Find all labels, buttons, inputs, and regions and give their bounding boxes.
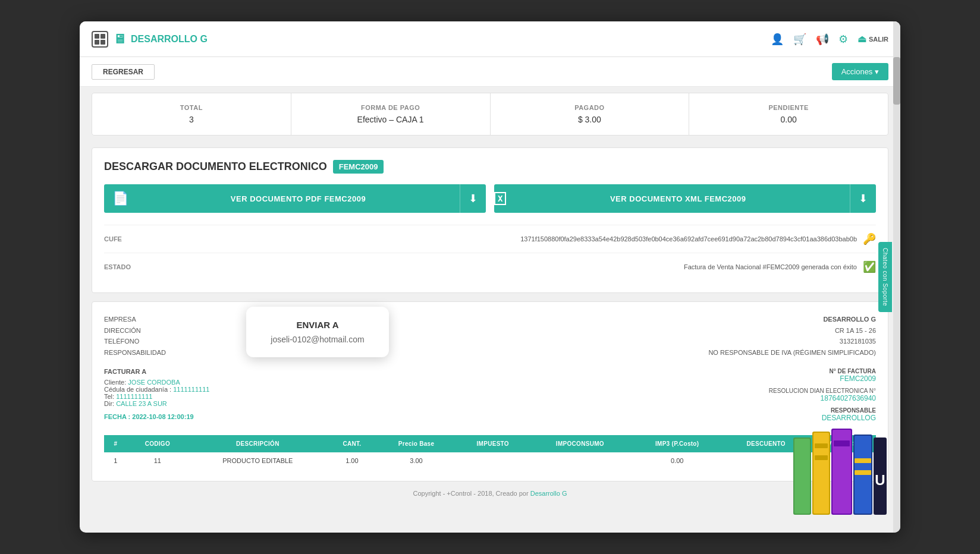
check-icon: ✅ [863, 260, 876, 273]
num-factura-label: N° DE FACTURA [502, 368, 876, 374]
summary-card-forma-pago: FORMA DE PAGO Efectivo – CAJA 1 [291, 93, 491, 135]
company-name: DESARROLLO G [708, 314, 876, 325]
xml-download-button[interactable]: X VER DOCUMENTO XML FEMC2009 ⬇ [494, 184, 876, 213]
row-descripcion: PRODUCTO EDITABLE [188, 452, 328, 469]
estado-label: ESTADO [104, 263, 175, 270]
xml-button-label: VER DOCUMENTO XML FEMC2009 [506, 194, 850, 203]
summary-card-pagado: PAGADO $ 3.00 [491, 93, 690, 135]
footer-text: Copyright - +Control - 2018, Creado por [413, 490, 529, 497]
acciones-button[interactable]: Acciones ▾ [832, 63, 888, 80]
fecha-row: FECHA : 2022-10-08 12:00:19 [104, 413, 478, 420]
scrollbar[interactable] [893, 21, 900, 533]
table-body: 1 11 PRODUCTO EDITABLE 1.00 3.00 0.00 0.… [104, 452, 876, 469]
company-right: DESARROLLO G CR 1A 15 - 26 3132181035 NO… [708, 314, 876, 358]
tel-label: Tel: [104, 393, 114, 400]
tel-field: Tel: 1111111111 [104, 393, 478, 400]
download-buttons: 📄 VER DOCUMENTO PDF FEMC2009 ⬇ X VER DOC… [104, 184, 876, 213]
responsable-label: RESPONSABLE [502, 407, 876, 414]
app-logo: 🖥 DESARROLLO G [92, 31, 208, 48]
forma-pago-label: FORMA DE PAGO [303, 104, 478, 111]
svg-text:U: U [875, 472, 885, 488]
user-icon[interactable]: 👤 [771, 33, 784, 46]
cufe-row: CUFE 1371f150880f0fa29e8333a54e42b928d50… [104, 225, 876, 253]
table-header: # CODIGO DESCRIPCIÓN CANT. Precio Base I… [104, 435, 876, 452]
pagado-label: PAGADO [502, 104, 677, 111]
header-actions: 👤 🛒 📢 ⚙ ⏏ SALIR [771, 33, 888, 46]
direccion-label: DIRECCIÓN [104, 325, 166, 336]
responsabilidad-label: RESPONSABILIDAD [104, 347, 166, 358]
summary-card-total: TOTAL 3 [92, 93, 291, 135]
pendiente-value: 0.00 [701, 115, 876, 124]
xml-download-icon: ⬇ [850, 184, 876, 213]
responsable-value: DESARROLLOG [502, 414, 876, 422]
svg-rect-4 [815, 443, 828, 448]
monitor-icon: 🖥 [113, 32, 126, 47]
col-impoconsumo: IMPOCONSUMO [529, 435, 630, 452]
femc-badge: FEMC2009 [333, 160, 384, 174]
invoice-section: EMPRESA DIRECCIÓN TELÉFONO RESPONSABILID… [92, 301, 888, 481]
cliente-value: JOSE CORDOBA [128, 379, 180, 386]
chat-support-button[interactable]: Chateo con Soporte [878, 242, 892, 312]
winrar-icon: U [793, 426, 888, 521]
header: 🖥 DESARROLLO G 👤 🛒 📢 ⚙ ⏏ SALIR [80, 21, 900, 57]
company-info: EMPRESA DIRECCIÓN TELÉFONO RESPONSABILID… [104, 314, 876, 358]
total-value: 3 [104, 115, 279, 124]
main-screen: 🖥 DESARROLLO G 👤 🛒 📢 ⚙ ⏏ SALIR REGRESAR … [80, 21, 900, 533]
invoice-meta: N° DE FACTURA FEMC2009 RESOLUCION DIAN E… [502, 368, 876, 427]
exit-button[interactable]: ⏏ SALIR [857, 33, 888, 45]
dir-value: CALLE 23 A SUR [116, 400, 167, 407]
download-title-text: DESCARGAR DOCUMENTO ELECTRONICO [104, 160, 327, 173]
pdf-download-button[interactable]: 📄 VER DOCUMENTO PDF FEMC2009 ⬇ [104, 184, 486, 213]
total-label: TOTAL [104, 104, 279, 111]
estado-value: Factura de Venta Nacional #FEMC2009 gene… [175, 263, 857, 270]
pdf-button-label: VER DOCUMENTO PDF FEMC2009 [137, 194, 460, 203]
col-cant: CANT. [328, 435, 376, 452]
footer-link[interactable]: Desarrollo G [530, 490, 567, 497]
download-section: DESCARGAR DOCUMENTO ELECTRONICO FEMC2009… [92, 147, 888, 293]
gear-icon[interactable]: ⚙ [838, 33, 848, 46]
bell-icon[interactable]: 📢 [816, 33, 829, 46]
invoice-table: # CODIGO DESCRIPCIÓN CANT. Precio Base I… [104, 435, 876, 469]
cedula-label: Cédula de ciudadanía : [104, 386, 171, 393]
cliente-field: Cliente: JOSE CORDOBA [104, 379, 478, 386]
row-impoconsumo [529, 452, 630, 469]
svg-rect-5 [815, 455, 828, 460]
key-icon: 🔑 [863, 232, 876, 245]
bill-to: FACTURAR A Cliente: JOSE CORDOBA Cédula … [104, 368, 478, 427]
cufe-value: 1371f150880f0fa29e8333a54e42b928d503fe0b… [175, 235, 857, 243]
invoice-details: FACTURAR A Cliente: JOSE CORDOBA Cédula … [104, 368, 876, 427]
svg-rect-1 [794, 439, 810, 514]
tel-value: 1111111111 [116, 393, 152, 400]
email-popup: ENVIAR A joseli-0102@hotmail.com [246, 307, 389, 357]
col-num: # [104, 435, 127, 452]
page-footer: Copyright - +Control - 2018, Creado por … [92, 481, 888, 505]
xml-icon: X [494, 192, 506, 205]
popup-title: ENVIAR A [264, 320, 371, 330]
pdf-icon: 📄 [104, 191, 137, 206]
row-impuesto [456, 452, 529, 469]
facturar-a-title: FACTURAR A [104, 368, 478, 375]
table-row: 1 11 PRODUCTO EDITABLE 1.00 3.00 0.00 0.… [104, 452, 876, 469]
scrollbar-thumb[interactable] [893, 57, 900, 105]
cart-icon[interactable]: 🛒 [793, 33, 806, 46]
estado-row: ESTADO Factura de Venta Nacional #FEMC20… [104, 253, 876, 281]
company-address: CR 1A 15 - 26 [708, 325, 876, 336]
row-imp3: 0.00 [630, 452, 724, 469]
summary-cards: TOTAL 3 FORMA DE PAGO Efectivo – CAJA 1 … [92, 93, 888, 136]
telefono-label: TELÉFONO [104, 336, 166, 347]
cedula-field: Cédula de ciudadanía : 1111111111 [104, 386, 478, 393]
back-button[interactable]: REGRESAR [92, 64, 155, 80]
exit-label: SALIR [869, 36, 888, 43]
col-imp3: IMP3 (P.Costo) [630, 435, 724, 452]
toolbar: REGRESAR Acciones ▾ [80, 57, 900, 87]
dir-field: Dir: CALLE 23 A SUR [104, 400, 478, 407]
fecha-value: 2022-10-08 12:00:19 [132, 413, 193, 420]
empresa-label: EMPRESA [104, 314, 166, 325]
fecha-label: FECHA : [104, 413, 130, 420]
download-title: DESCARGAR DOCUMENTO ELECTRONICO FEMC2009 [104, 160, 876, 174]
cedula-value: 1111111111 [173, 386, 209, 393]
col-precio: Precio Base [376, 435, 456, 452]
app-title: DESARROLLO G [131, 34, 208, 45]
popup-email: joseli-0102@hotmail.com [264, 335, 371, 344]
company-responsability: NO RESPONSABLE DE IVA (RÉGIMEN SIMPLIFIC… [708, 347, 876, 358]
